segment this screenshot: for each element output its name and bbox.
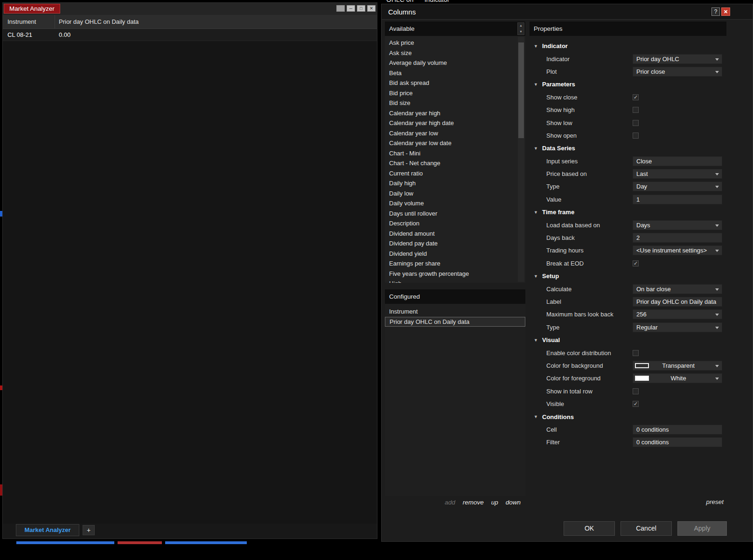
table-row[interactable]: CL 08-21 0.00 [3,29,377,41]
checkbox-break-at-eod[interactable]: ✓ [633,260,639,266]
property-row-show-low: Show low [530,116,726,129]
available-item-dividend-pay-date[interactable]: Dividend pay date [385,238,517,249]
property-group-visual[interactable]: ▼Visual [530,334,726,346]
checkbox-show-close[interactable]: ✓ [633,94,639,100]
available-item-high[interactable]: High [385,279,517,283]
market-analyzer-titlebar[interactable]: Market Analyzer ─ □ ✕ [3,3,377,15]
configured-item-prior-day-ohlc-on-daily-data[interactable]: Prior day OHLC on Daily data [385,317,525,327]
available-item-ask-size[interactable]: Ask size [385,48,517,58]
link-button[interactable] [336,5,345,12]
available-item-chart-net-change[interactable]: Chart - Net change [385,158,517,168]
column-header-indicator[interactable]: Prior day OHLC on Daily data [55,15,377,28]
field-value[interactable]: 1 [633,195,722,204]
available-item-daily-high[interactable]: Daily high [385,178,517,189]
available-item-five-years-growth-percentage[interactable]: Five years growth percentage [385,269,517,279]
move-up-button[interactable]: up [491,499,498,506]
collapse-triangle-icon[interactable]: ▼ [534,274,542,279]
property-label: Input series [546,158,633,165]
collapse-triangle-icon[interactable]: ▼ [534,82,542,87]
field-cell[interactable]: 0 conditions [633,425,722,434]
property-control: Last [633,169,722,179]
tab-market-analyzer[interactable]: Market Analyzer [16,524,79,536]
collapse-triangle-icon[interactable]: ▼ [534,414,542,419]
checkbox-show-open[interactable] [633,133,639,139]
available-item-days-until-rollover[interactable]: Days until rollover [385,209,517,219]
group-label: Time frame [542,209,574,216]
property-group-data-series[interactable]: ▼Data Series [530,142,726,154]
dropdown-type[interactable]: Regular [633,322,722,332]
column-header-instrument[interactable]: Instrument [3,15,55,28]
scroll-up-icon[interactable]: ▲ [518,23,524,29]
checkbox-show-low[interactable] [633,120,639,126]
collapse-triangle-icon[interactable]: ▼ [534,44,542,49]
scroll-down-icon[interactable]: ▼ [518,29,524,35]
preset-link[interactable]: preset [706,498,724,505]
apply-button[interactable]: Apply [677,521,727,536]
available-item-description[interactable]: Description [385,218,517,229]
available-item-dividend-amount[interactable]: Dividend amount [385,229,517,239]
table-header-row: Instrument Prior day OHLC on Daily data [3,15,377,29]
available-item-bid-price[interactable]: Bid price [385,88,517,98]
minimize-button[interactable]: ─ [347,5,355,12]
available-item-calendar-year-low-date[interactable]: Calendar year low date [385,138,517,148]
color-dropdown-color-for-foreground[interactable]: White [633,373,722,383]
dropdown-price-based-on[interactable]: Last [633,169,722,179]
property-group-indicator[interactable]: ▼Indicator [530,40,726,52]
chevron-down-icon [715,224,719,227]
ok-button[interactable]: OK [564,521,615,536]
available-item-earnings-per-share[interactable]: Earnings per share [385,259,517,269]
available-item-beta[interactable]: Beta [385,68,517,78]
checkbox-show-in-total-row[interactable] [633,388,639,394]
dialog-close-button[interactable]: ✕ [721,7,730,16]
collapse-triangle-icon[interactable]: ▼ [534,210,542,215]
dropdown-trading-hours[interactable]: <Use instrument settings> [633,245,722,255]
property-group-conditions[interactable]: ▼Conditions [530,410,726,423]
checkbox-visible[interactable]: ✓ [633,401,639,407]
cancel-button[interactable]: Cancel [621,521,672,536]
available-item-current-ratio[interactable]: Current ratio [385,168,517,179]
available-item-calendar-year-high-date[interactable]: Calendar year high date [385,118,517,128]
property-group-parameters[interactable]: ▼Parameters [530,78,726,91]
property-group-setup[interactable]: ▼Setup [530,270,726,282]
collapse-triangle-icon[interactable]: ▼ [534,338,542,343]
cell-instrument[interactable]: CL 08-21 [3,29,55,41]
configured-item-instrument[interactable]: Instrument [385,307,525,317]
available-item-daily-low[interactable]: Daily low [385,189,517,199]
field-input-series[interactable]: Close [633,156,722,166]
available-item-calendar-year-low[interactable]: Calendar year low [385,128,517,139]
checkbox-enable-color-distribution[interactable] [633,350,639,356]
dropdown-plot[interactable]: Prior close [633,67,722,77]
add-column-button[interactable]: add [445,499,455,506]
checkbox-show-high[interactable] [633,107,639,113]
dropdown-type[interactable]: Day [633,182,722,191]
available-item-bid-ask-spread[interactable]: Bid ask spread [385,78,517,88]
available-scrollbar[interactable] [518,37,524,282]
help-button[interactable]: ? [711,7,720,16]
dialog-titlebar[interactable]: Columns ? ✕ [382,4,753,20]
cell-value[interactable]: 0.00 [55,29,377,41]
property-group-time-frame[interactable]: ▼Time frame [530,206,726,218]
field-days-back[interactable]: 2 [633,233,722,243]
available-item-ask-price[interactable]: Ask price [385,38,517,48]
available-item-dividend-yield[interactable]: Dividend yield [385,249,517,259]
add-tab-button[interactable]: + [83,525,95,535]
dropdown-indicator[interactable]: Prior day OHLC [633,54,722,64]
available-item-calendar-year-high[interactable]: Calendar year high [385,108,517,119]
scrollbar-thumb[interactable] [518,42,524,138]
color-dropdown-color-for-background[interactable]: Transparent [633,361,722,371]
dropdown-calculate[interactable]: On bar close [633,284,722,294]
dropdown-maximum-bars-look-back[interactable]: 256 [633,309,722,319]
collapse-triangle-icon[interactable]: ▼ [534,146,542,151]
available-item-daily-volume[interactable]: Daily volume [385,198,517,209]
field-filter[interactable]: 0 conditions [633,437,722,447]
field-label[interactable]: Prior day OHLC on Daily data [633,297,722,307]
available-item-average-daily-volume[interactable]: Average daily volume [385,58,517,68]
move-down-button[interactable]: down [506,499,521,506]
remove-column-button[interactable]: remove [463,499,484,506]
available-item-bid-size[interactable]: Bid size [385,98,517,108]
maximize-button[interactable]: □ [357,5,365,12]
dropdown-load-data-based-on[interactable]: Days [633,220,722,230]
close-button[interactable]: ✕ [367,5,376,12]
available-item-chart-mini[interactable]: Chart - Mini [385,148,517,159]
property-row-load-data-based-on: Load data based onDays [530,218,726,231]
